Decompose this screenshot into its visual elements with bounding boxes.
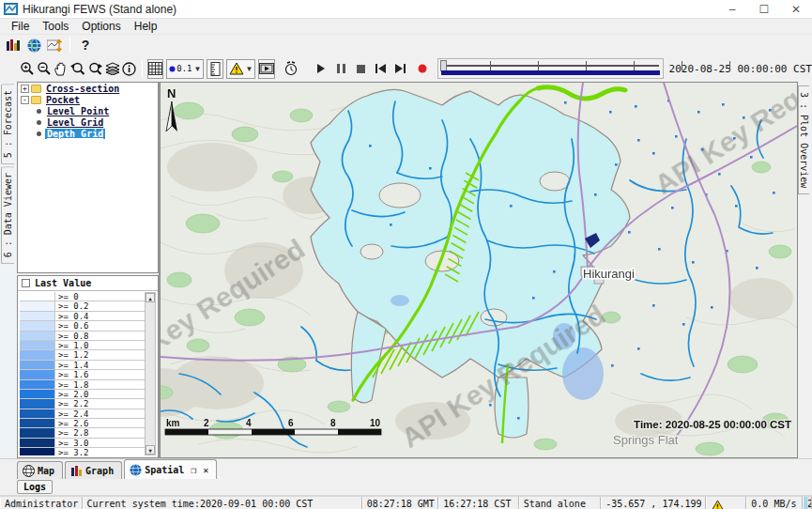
legend-color-swatch (20, 399, 55, 408)
menu-options[interactable]: Options (75, 19, 127, 34)
tree-expander-icon[interactable]: - (21, 96, 29, 104)
tree-item-pocket[interactable]: -Pocket (18, 94, 158, 105)
legend-row: >= 3.0 (20, 439, 145, 448)
pan-hand-icon[interactable] (53, 59, 69, 79)
toolbar-separator (142, 60, 143, 77)
menu-file[interactable]: File (5, 19, 36, 34)
area-label: Springs Flat (613, 433, 679, 447)
svg-text:4: 4 (246, 418, 252, 428)
legend-threshold-label: >= 0.2 (55, 301, 145, 310)
warning-icon (711, 500, 725, 509)
timeseries-chart-icon[interactable] (44, 36, 65, 55)
leaf-bullet-icon (37, 109, 41, 114)
globe-icon (23, 465, 35, 477)
legend-color-swatch (20, 321, 55, 330)
scroll-up-icon[interactable]: ▲ (146, 293, 155, 302)
stop-icon[interactable] (353, 59, 369, 79)
chevron-down-icon: ▼ (194, 65, 202, 73)
help-icon[interactable]: ? (75, 36, 96, 55)
status-memory: 2.5 GB (803, 497, 812, 509)
legend-color-swatch (20, 332, 55, 340)
legend-color-swatch (20, 439, 55, 447)
tab-map[interactable]: Map (17, 461, 63, 479)
menu-bar: File Tools Options Help (0, 19, 812, 35)
legend-row: >= 1.8 (20, 380, 145, 390)
legend-color-swatch (20, 428, 55, 437)
folder-icon (31, 96, 41, 104)
ruler-icon[interactable] (207, 59, 222, 79)
legend-threshold-label: >= 0.6 (55, 321, 145, 330)
tab-close-icon[interactable]: ✕ (203, 465, 208, 475)
legend-threshold-label: >= 2.0 (55, 390, 145, 398)
status-network-rate: 0.0 MB/s (746, 497, 803, 509)
animation-panel-icon[interactable] (258, 59, 275, 79)
skip-start-icon[interactable] (373, 59, 389, 79)
pause-icon[interactable] (333, 59, 349, 79)
bar-chart-icon (70, 465, 83, 476)
legend-color-swatch (20, 350, 55, 359)
legend-threshold-label: >= 1.8 (55, 380, 145, 389)
main-toolbar: ? (0, 35, 812, 55)
status-user: Administrator (0, 497, 83, 509)
explorer-bars-icon[interactable] (3, 36, 23, 55)
tree-expander-icon[interactable]: + (21, 85, 29, 93)
tab-plot-overview[interactable]: 3 : Plot Overview (798, 85, 809, 194)
minimize-button[interactable]: – (716, 0, 748, 18)
tree-item-label: Level Grid (45, 117, 105, 128)
svg-text:10: 10 (370, 418, 381, 428)
toolbar-separator (69, 37, 70, 54)
right-tab-strip: 3 : Plot Overview (798, 82, 812, 458)
legend-row: >= 2.6 (20, 419, 145, 428)
legend-row: >= 2.0 (20, 390, 145, 399)
grid-icon[interactable] (147, 59, 163, 79)
menu-tools[interactable]: Tools (36, 19, 75, 34)
animation-clock-icon[interactable] (283, 59, 299, 79)
menu-help[interactable]: Help (128, 19, 164, 34)
skip-end-icon[interactable] (392, 59, 408, 79)
legend-row: >= 1.0 (20, 341, 145, 350)
play-icon[interactable] (313, 59, 329, 79)
record-icon[interactable] (414, 59, 430, 79)
last-value-label: Last Value (35, 278, 91, 288)
tree-item-cross-section[interactable]: +Cross-section (18, 83, 158, 94)
legend-row: >= 0 (20, 292, 145, 301)
bottom-tab-bar: Map Graph Spatial ❐ ✕ (0, 458, 812, 479)
layers-icon[interactable] (104, 59, 121, 79)
tab-maximize-icon[interactable]: ❐ (191, 465, 196, 475)
data-viewer-panel: +Cross-section-PocketLevel PointLevel Gr… (17, 82, 160, 458)
legend-color-swatch (20, 419, 55, 427)
maximize-button[interactable]: ☐ (748, 0, 780, 18)
tree-item-depth-grid[interactable]: Depth Grid (18, 128, 158, 139)
tab-data-viewer[interactable]: 6 : Data Viewer (1, 166, 14, 264)
zoom-in-icon[interactable] (19, 59, 36, 79)
zoom-next-icon[interactable] (86, 59, 104, 79)
tree-item-label: Pocket (44, 95, 82, 105)
last-value-checkbox[interactable] (22, 279, 30, 287)
status-warning-cell[interactable] (706, 497, 747, 509)
classbreaks-dropdown[interactable]: 0.1 ▼ (166, 59, 204, 79)
tab-spatial[interactable]: Spatial ❐ ✕ (124, 459, 217, 479)
logs-button[interactable]: Logs (17, 480, 53, 494)
status-system-time: Current system time:2020-09-01 00:00 CST (83, 497, 362, 509)
tree-item-level-grid[interactable]: Level Grid (18, 116, 158, 128)
tab-graph[interactable]: Graph (65, 461, 122, 479)
info-icon[interactable] (121, 59, 137, 79)
map-time-label: Time: 2020-08-25 00:00:00 CST (634, 419, 791, 430)
town-label: Hikurangi (583, 267, 635, 281)
warning-dropdown[interactable]: ▼ (226, 59, 256, 79)
close-button[interactable]: ✕ (780, 0, 812, 18)
legend-row: >= 0.4 (20, 312, 145, 321)
timeline-slider[interactable] (437, 58, 664, 79)
status-gmt-time: 08:27:18 GMT (362, 497, 439, 509)
globe-map-icon[interactable] (23, 36, 44, 55)
tab-forecast[interactable]: 5 : Forecast (1, 84, 14, 164)
map-viewport[interactable]: API Key Required API Key Required API Ke… (160, 82, 798, 458)
tree-item-level-point[interactable]: Level Point (18, 105, 158, 116)
zoom-out-icon[interactable] (36, 59, 53, 79)
scroll-down-icon[interactable]: ▼ (146, 445, 155, 455)
chevron-down-icon: ▼ (246, 65, 253, 73)
zoom-previous-icon[interactable] (69, 59, 86, 79)
legend-threshold-label: >= 2.4 (55, 409, 145, 418)
legend-scrollbar[interactable]: ▲ ▼ (145, 292, 156, 455)
folder-icon (31, 85, 41, 93)
